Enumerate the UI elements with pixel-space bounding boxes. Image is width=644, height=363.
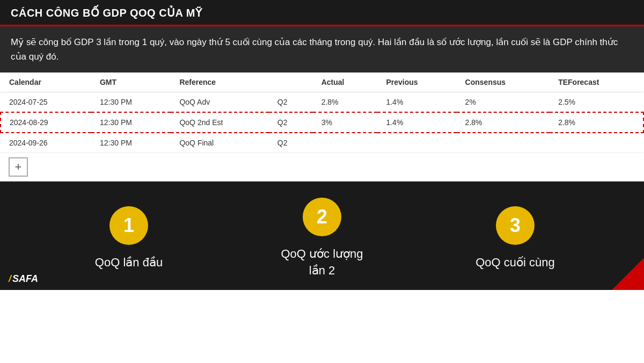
cell-2-4 <box>313 133 378 153</box>
col-gmt: GMT <box>91 72 171 92</box>
table-row: 2024-09-2612:30 PMQoQ FinalQ2 <box>1 133 643 153</box>
cell-1-0: 2024-08-29 <box>1 112 91 133</box>
step-1-label: QoQ lần đầu <box>95 255 163 271</box>
table-section: Calendar GMT Reference Actual Previous C… <box>0 72 644 182</box>
cell-1-1: 12:30 PM <box>91 112 171 133</box>
step-1-circle: 1 <box>109 206 148 245</box>
logo-slash: / <box>9 273 11 285</box>
plus-row: + <box>0 153 644 182</box>
cell-0-5: 1.4% <box>377 92 456 113</box>
cell-1-6: 2.8% <box>457 112 550 133</box>
cell-2-7 <box>550 133 643 153</box>
cell-1-3: Q2 <box>269 112 313 133</box>
expand-button[interactable]: + <box>9 157 28 177</box>
cell-0-4: 2.8% <box>313 92 378 113</box>
col-previous: Previous <box>377 72 456 92</box>
table-row: 2024-08-2912:30 PMQoQ 2nd EstQ23%1.4%2.8… <box>1 112 643 133</box>
step-2-circle: 2 <box>303 198 341 236</box>
step-2-label: QoQ ước lượnglần 2 <box>281 246 363 279</box>
col-teforecast: TEForecast <box>550 72 643 92</box>
col-period <box>269 72 313 92</box>
cell-2-5 <box>377 133 456 153</box>
cell-1-2: QoQ 2nd Est <box>171 112 268 133</box>
logo-text: SAFA <box>12 273 38 285</box>
col-consensus: Consensus <box>457 72 550 92</box>
cell-1-7: 2.8% <box>550 112 643 133</box>
title-bar: CÁCH CÔNG BỐ GDP QOQ CỦA MỸ <box>0 0 644 26</box>
description-text: Mỹ sẽ công bố GDP 3 lần trong 1 quý, vào… <box>11 35 633 64</box>
cell-2-1: 12:30 PM <box>91 133 171 153</box>
step-3: 3 QoQ cuối cùng <box>419 206 612 271</box>
gdp-table: Calendar GMT Reference Actual Previous C… <box>0 72 644 153</box>
cell-0-6: 2% <box>457 92 550 113</box>
cell-1-4: 3% <box>313 112 378 133</box>
step-3-circle: 3 <box>496 206 535 245</box>
step-2-number: 2 <box>317 206 327 228</box>
page-title: CÁCH CÔNG BỐ GDP QOQ CỦA MỸ <box>11 6 633 19</box>
cell-2-2: QoQ Final <box>171 133 268 153</box>
cell-0-7: 2.5% <box>550 92 643 113</box>
description-bar: Mỹ sẽ công bố GDP 3 lần trong 1 quý, vào… <box>0 26 644 72</box>
col-actual: Actual <box>313 72 378 92</box>
bottom-section: 1 QoQ lần đầu 2 QoQ ước lượnglần 2 3 QoQ… <box>0 182 644 290</box>
cell-0-1: 12:30 PM <box>91 92 171 113</box>
cell-2-0: 2024-09-26 <box>1 133 91 153</box>
cell-0-3: Q2 <box>269 92 313 113</box>
step-2: 2 QoQ ước lượnglần 2 <box>225 198 419 279</box>
cell-0-0: 2024-07-25 <box>1 92 91 113</box>
cell-1-5: 1.4% <box>377 112 456 133</box>
red-triangle-decoration <box>612 258 644 290</box>
cell-2-6 <box>457 133 550 153</box>
step-3-label: QoQ cuối cùng <box>475 255 555 271</box>
table-body: 2024-07-2512:30 PMQoQ AdvQ22.8%1.4%2%2.5… <box>1 92 643 153</box>
logo-area: / SAFA <box>9 273 38 285</box>
cell-2-3: Q2 <box>269 133 313 153</box>
step-3-number: 3 <box>510 214 521 237</box>
top-section: CÁCH CÔNG BỐ GDP QOQ CỦA MỸ Mỹ sẽ công b… <box>0 0 644 72</box>
table-row: 2024-07-2512:30 PMQoQ AdvQ22.8%1.4%2%2.5… <box>1 92 643 113</box>
cell-0-2: QoQ Adv <box>171 92 268 113</box>
table-header: Calendar GMT Reference Actual Previous C… <box>1 72 643 92</box>
col-reference: Reference <box>171 72 268 92</box>
col-calendar: Calendar <box>1 72 91 92</box>
step-1: 1 QoQ lần đầu <box>32 206 225 271</box>
step-1-number: 1 <box>123 214 134 237</box>
